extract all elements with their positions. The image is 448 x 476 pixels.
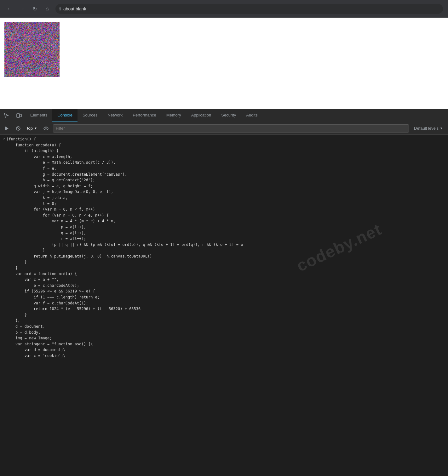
context-label: top <box>27 126 33 131</box>
console-bar: top ▼ Default levels ▼ <box>0 122 448 135</box>
page-content <box>0 18 448 109</box>
play-icon <box>5 126 9 131</box>
block-button[interactable] <box>14 124 23 133</box>
tab-audits[interactable]: Audits <box>241 109 262 122</box>
inspect-element-button[interactable] <box>0 109 13 122</box>
url-display: about:blank <box>63 6 86 11</box>
svg-rect-0 <box>17 114 20 117</box>
context-selector[interactable]: top ▼ <box>25 125 39 132</box>
cursor-icon <box>3 113 9 118</box>
address-bar: ℹ about:blank <box>55 4 443 14</box>
tab-elements[interactable]: Elements <box>25 109 52 122</box>
console-arrow: > <box>0 136 6 142</box>
live-expressions-button[interactable] <box>42 124 50 133</box>
eye-icon <box>43 126 49 131</box>
context-dropdown-icon: ▼ <box>34 127 37 130</box>
tab-console[interactable]: Console <box>52 109 78 122</box>
console-output: > (function() { function encode(a) { if … <box>0 135 448 360</box>
devtools-toolbar: Elements Console Sources Network Perform… <box>0 109 448 122</box>
device-toolbar-button[interactable] <box>13 109 25 122</box>
refresh-button[interactable]: ↻ <box>30 4 39 13</box>
levels-label: Default levels <box>414 126 439 131</box>
tab-application[interactable]: Application <box>186 109 216 122</box>
console-entry: > (function() { function encode(a) { if … <box>0 136 448 359</box>
info-icon: ℹ <box>59 6 61 11</box>
svg-line-4 <box>17 127 20 130</box>
forward-button[interactable]: → <box>18 4 26 13</box>
noise-canvas <box>4 22 60 77</box>
back-button[interactable]: ← <box>5 4 14 13</box>
devtools-tabs: Elements Console Sources Network Perform… <box>25 109 448 122</box>
svg-rect-1 <box>20 114 21 117</box>
svg-marker-2 <box>5 127 9 130</box>
block-icon <box>16 126 20 131</box>
home-button[interactable]: ⌂ <box>43 4 52 13</box>
tab-network[interactable]: Network <box>103 109 128 122</box>
tab-security[interactable]: Security <box>216 109 241 122</box>
tab-performance[interactable]: Performance <box>128 109 161 122</box>
levels-dropdown-icon: ▼ <box>440 127 443 130</box>
svg-point-6 <box>45 128 47 129</box>
run-script-button[interactable] <box>3 124 11 133</box>
svg-point-5 <box>44 127 48 130</box>
console-output-area: codeby.net > (function() { function enco… <box>0 135 448 360</box>
console-code: (function() { function encode(a) { if (a… <box>6 136 448 359</box>
tab-sources[interactable]: Sources <box>78 109 103 122</box>
default-levels-button[interactable]: Default levels ▼ <box>411 125 445 132</box>
devtools-panel: Elements Console Sources Network Perform… <box>0 109 448 476</box>
tab-memory[interactable]: Memory <box>161 109 186 122</box>
device-icon <box>16 113 22 118</box>
browser-chrome: ← → ↻ ⌂ ℹ about:blank <box>0 0 448 18</box>
filter-input[interactable] <box>53 124 409 133</box>
